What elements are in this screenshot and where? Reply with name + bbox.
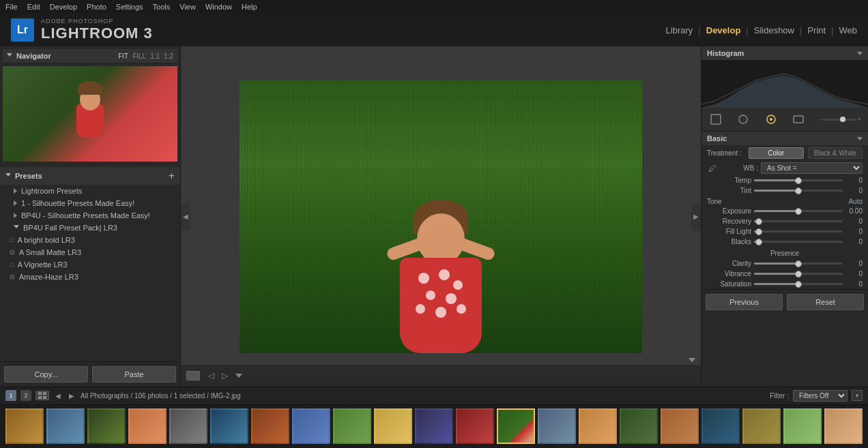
menu-view[interactable]: View [179,3,196,11]
spot-heal-icon[interactable] [736,112,751,127]
preset-group-icon [14,188,17,194]
preset-item-matte[interactable]: ⊟ A Small Matte LR3 [0,246,180,258]
filmstrip-thumb-5[interactable] [169,408,207,444]
presets-add-button[interactable]: + [169,170,175,182]
menu-tools[interactable]: Tools [153,3,171,11]
filmstrip-thumb-14[interactable] [538,408,576,444]
filmstrip-thumb-20[interactable] [783,408,822,444]
nav-fit[interactable]: FIT [118,53,128,60]
filmstrip-thumb-18[interactable] [701,408,740,444]
filmstrip-thumb-13[interactable] [497,408,535,444]
recovery-slider-thumb[interactable] [755,218,762,225]
basic-header[interactable]: Basic [701,132,868,145]
filllight-slider[interactable] [754,230,843,233]
preset-item-vignette[interactable]: □ A Vignette LR3 [0,258,180,271]
filmstrip-thumb-7[interactable] [251,408,289,444]
temp-slider[interactable] [754,179,843,181]
gradient-icon[interactable] [791,112,806,127]
next-photo-icon[interactable]: ▷ [219,370,230,381]
filllight-slider-thumb[interactable] [755,228,762,235]
nav-web[interactable]: Web [839,25,858,35]
nav-fill[interactable]: FILL [132,53,146,60]
presets-header[interactable]: Presets + [0,167,180,185]
filmstrip-thumb-10[interactable] [374,408,412,444]
nav-develop[interactable]: Develop [706,25,741,35]
filmstrip-thumb-21[interactable] [824,408,863,444]
nav-1to2[interactable]: 1:2 [164,53,173,60]
menu-settings[interactable]: Settings [116,3,143,11]
left-panel-toggle[interactable]: ◀ [181,203,190,230]
blacks-slider[interactable] [754,241,843,243]
clarity-slider-thumb[interactable] [795,260,802,267]
blacks-slider-thumb[interactable] [755,239,762,245]
toolbar-chevron-down[interactable] [235,374,242,378]
filter-select[interactable]: Filters Off Flagged Rated [793,390,848,402]
bw-treatment-button[interactable]: Black & White [808,147,863,159]
filmstrip-thumb-9[interactable] [333,408,371,444]
color-treatment-button[interactable]: Color [749,147,804,159]
filmstrip-back-button[interactable]: ◀ [53,391,63,400]
filmstrip-thumb-3[interactable] [87,408,126,444]
nav-slideshow[interactable]: Slideshow [754,25,794,35]
preset-item-bright[interactable]: □ A bright bold LR3 [0,234,180,246]
reset-button[interactable]: Reset [787,294,864,310]
copy-button[interactable]: Copy... [4,366,88,383]
menu-help[interactable]: Help [242,3,257,11]
preset-group-silhouette1[interactable]: 1 - Silhouette Presets Made Easy! [0,197,180,209]
wb-select[interactable]: As Shot = Auto Daylight Cloudy [761,162,863,174]
prev-photo-icon[interactable]: ◁ [205,370,216,381]
grid-view-button[interactable] [186,371,200,380]
filmstrip-chevron[interactable] [689,358,695,362]
temp-slider-thumb[interactable] [795,177,802,184]
filmstrip-thumb-17[interactable] [661,408,699,444]
preset-item-amaze[interactable]: ⊟ Amaze-Haze LR3 [0,271,180,283]
filmstrip-thumb-12[interactable] [456,408,494,444]
vibrance-slider-thumb[interactable] [795,271,802,278]
exposure-slider[interactable] [754,210,843,212]
filmstrip-thumb-15[interactable] [579,408,617,444]
right-panel-toggle[interactable]: ▶ [691,203,701,230]
tint-slider[interactable] [754,190,843,192]
crop-tool-icon[interactable] [708,112,723,127]
filmstrip-thumb-19[interactable] [742,408,781,444]
preset-group-bp4u-fall[interactable]: BP4U Fall Preset Pack| LR3 [0,222,180,234]
adjust-icon[interactable] [764,112,779,127]
filmstrip-num1[interactable]: 1 [5,390,16,401]
filmstrip-thumb-8[interactable] [292,408,330,444]
filter-options-button[interactable]: ▼ [852,390,863,401]
filmstrip-thumb-4[interactable] [128,408,167,444]
menu-develop[interactable]: Develop [50,3,77,11]
nav-library[interactable]: Library [666,25,693,35]
vibrance-slider[interactable] [754,273,843,275]
navigator-thumbnail[interactable] [3,66,177,162]
filmstrip-thumb-6[interactable] [210,408,248,444]
nav-print[interactable]: Print [807,25,826,35]
preset-group-bp4u-silhouette[interactable]: BP4U - Silhouette Presets Made Easy! [0,209,180,222]
exposure-slider-thumb[interactable] [795,208,802,215]
saturation-slider-thumb[interactable] [795,281,802,288]
filmstrip-thumb-16[interactable] [620,408,658,444]
paste-button[interactable]: Paste [92,366,176,383]
filmstrip-num2[interactable]: 2 [20,390,31,401]
menu-window[interactable]: Window [205,3,232,11]
navigator-header[interactable]: Navigator FIT FILL 1:1 1:2 [3,49,177,63]
filmstrip-thumb-1[interactable] [5,408,44,444]
auto-tone-button[interactable]: Auto [848,198,863,205]
histogram-header[interactable]: Histogram [701,46,868,60]
filmstrip-forward-button[interactable]: ▶ [67,391,76,400]
recovery-slider[interactable] [754,220,843,222]
nav-1to1[interactable]: 1:1 [150,53,160,60]
filmstrip-down-arrow[interactable] [689,358,695,362]
preset-group-lightroom[interactable]: Lightroom Presets [0,185,180,197]
saturation-slider[interactable] [754,283,843,285]
grid-icon[interactable] [35,391,49,400]
menu-edit[interactable]: Edit [27,3,40,11]
tint-slider-thumb[interactable] [795,188,802,194]
filmstrip-thumb-11[interactable] [415,408,453,444]
clarity-slider[interactable] [754,263,843,265]
previous-button[interactable]: Previous [706,294,783,310]
filmstrip-thumb-2[interactable] [46,408,85,444]
eyedropper-icon[interactable]: 🖊 [707,163,718,174]
menu-photo[interactable]: Photo [87,3,106,11]
menu-file[interactable]: File [5,3,18,11]
